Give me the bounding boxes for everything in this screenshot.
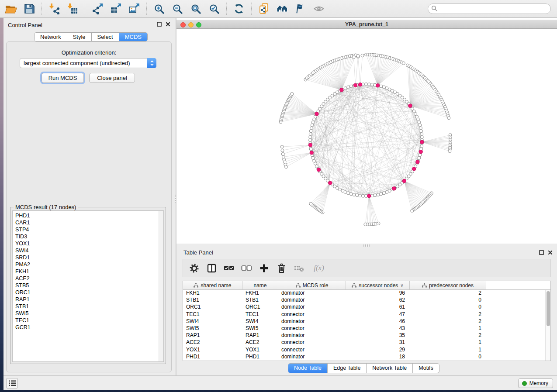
table-row[interactable]: SWI4SWI4dominator462: [183, 318, 550, 325]
table-cell[interactable]: dominator: [278, 290, 346, 297]
tab-network[interactable]: Network: [35, 33, 67, 41]
mcds-node-item[interactable]: YOX1: [13, 240, 163, 247]
table-cell[interactable]: FKH1: [183, 290, 242, 297]
table-cell[interactable]: STB1: [242, 297, 278, 304]
open-file-button[interactable]: [2, 1, 20, 16]
table-scrollbar[interactable]: [545, 290, 550, 361]
table-cell[interactable]: 62: [346, 297, 410, 304]
table-cell[interactable]: dominator: [278, 297, 346, 304]
table-cell[interactable]: TEC1: [183, 311, 242, 318]
zoom-selected-button[interactable]: [205, 1, 223, 16]
table-cell[interactable]: 2: [410, 311, 486, 318]
unselect-all-button[interactable]: [241, 262, 252, 274]
mcds-node-item[interactable]: TEC1: [13, 317, 163, 324]
splitter-handle[interactable]: [363, 244, 370, 247]
close-mcds-panel-button[interactable]: Close panel: [89, 73, 135, 83]
export-table-button[interactable]: [107, 1, 125, 16]
table-cell[interactable]: dominator: [278, 354, 346, 361]
table-cell[interactable]: YOX1: [183, 347, 242, 354]
float-panel-button[interactable]: [157, 22, 162, 27]
import-network-button[interactable]: [45, 1, 63, 16]
float-panel-button[interactable]: [539, 250, 544, 255]
toggle-graphics-details-button[interactable]: [291, 1, 310, 16]
mcds-node-item[interactable]: STB1: [13, 303, 163, 310]
table-cell[interactable]: 2: [410, 290, 486, 297]
table-cell[interactable]: 0: [410, 297, 486, 304]
table-cell[interactable]: SWI4: [183, 318, 242, 325]
table-cell[interactable]: connector: [278, 339, 346, 346]
mcds-node-item[interactable]: ACE2: [13, 275, 163, 282]
show-columns-button[interactable]: [206, 262, 217, 274]
table-cell[interactable]: 61: [346, 304, 410, 311]
table-cell[interactable]: connector: [278, 311, 346, 318]
table-cell[interactable]: FKH1: [242, 290, 278, 297]
table-cell[interactable]: STB1: [183, 297, 242, 304]
first-neighbors-button[interactable]: [273, 1, 291, 16]
table-cell[interactable]: 0: [410, 304, 486, 311]
mcds-list-scrollbar[interactable]: [159, 211, 163, 361]
column-header-MCDS-role[interactable]: MCDS role: [278, 281, 346, 289]
run-mcds-button[interactable]: Run MCDS: [42, 73, 84, 83]
column-header-shared-name[interactable]: shared name: [183, 281, 242, 289]
table-cell[interactable]: SWI5: [183, 325, 242, 332]
network-canvas[interactable]: [176, 29, 557, 244]
table-cell[interactable]: 1: [410, 339, 486, 346]
tab-select[interactable]: Select: [92, 33, 119, 41]
column-header-successor-nodes[interactable]: successor nodes∨: [346, 281, 410, 289]
task-history-button[interactable]: [6, 378, 18, 389]
mcds-node-item[interactable]: SRD1: [13, 254, 163, 261]
table-cell[interactable]: connector: [278, 347, 346, 354]
table-cell[interactable]: 2: [410, 332, 486, 339]
table-cell[interactable]: 0: [410, 354, 486, 361]
tab-edge-table[interactable]: Edge Table: [328, 364, 367, 373]
table-row[interactable]: PHD1PHD1dominator180: [183, 354, 550, 361]
table-cell[interactable]: SWI5: [242, 325, 278, 332]
table-cell[interactable]: dominator: [278, 332, 346, 339]
column-header-name[interactable]: name: [242, 281, 278, 289]
optimization-criterion-select[interactable]: largest connected component (undirected): [20, 58, 156, 68]
delete-column-button[interactable]: [276, 262, 287, 274]
network-titlebar[interactable]: YPA_prune.txt_1: [176, 20, 557, 29]
show-hide-button[interactable]: [310, 1, 328, 16]
mcds-node-item[interactable]: GCR1: [13, 324, 163, 331]
table-settings-button[interactable]: [188, 262, 200, 274]
table-row[interactable]: RAP1RAP1dominator352: [183, 332, 550, 339]
mcds-node-item[interactable]: CAR1: [13, 219, 163, 226]
mcds-node-item[interactable]: ORC1: [13, 289, 163, 296]
tab-node-table[interactable]: Node Table: [288, 364, 328, 373]
table-cell[interactable]: ACE2: [242, 339, 278, 346]
table-cell[interactable]: 1: [410, 325, 486, 332]
mcds-node-item[interactable]: PMA2: [13, 261, 163, 268]
table-cell[interactable]: ORC1: [183, 304, 242, 311]
table-cell[interactable]: RAP1: [183, 332, 242, 339]
memory-button[interactable]: Memory: [518, 378, 553, 388]
close-panel-button[interactable]: [166, 22, 170, 27]
close-panel-button[interactable]: [548, 250, 553, 255]
table-cell[interactable]: dominator: [278, 318, 346, 325]
table-row[interactable]: SWI5SWI5connector431: [183, 325, 550, 332]
table-cell[interactable]: SWI4: [242, 318, 278, 325]
network-graph[interactable]: [176, 29, 557, 244]
tab-mcds[interactable]: MCDS: [119, 33, 147, 41]
table-row[interactable]: ACE2ACE2connector311: [183, 339, 550, 346]
table-cell[interactable]: TEC1: [242, 311, 278, 318]
add-column-button[interactable]: [258, 262, 270, 274]
table-cell[interactable]: 47: [346, 311, 410, 318]
import-table-button[interactable]: [63, 1, 82, 16]
horizontal-splitter[interactable]: [176, 244, 557, 248]
tab-network-table[interactable]: Network Table: [367, 364, 413, 373]
tab-style[interactable]: Style: [67, 33, 92, 41]
mcds-node-item[interactable]: STP4: [13, 226, 163, 233]
table-cell[interactable]: RAP1: [242, 332, 278, 339]
save-session-button[interactable]: [20, 1, 38, 16]
table-row[interactable]: TEC1TEC1connector472: [183, 311, 550, 318]
table-cell[interactable]: dominator: [278, 304, 346, 311]
table-cell[interactable]: PHD1: [242, 354, 278, 361]
mcds-node-item[interactable]: TID3: [13, 233, 163, 240]
table-row[interactable]: FKH1FKH1dominator962: [183, 290, 550, 297]
zoom-fit-button[interactable]: [187, 1, 205, 16]
export-image-button[interactable]: [125, 1, 143, 16]
splitter-handle[interactable]: [175, 195, 176, 203]
mcds-node-item[interactable]: STB5: [13, 282, 163, 289]
table-cell[interactable]: PHD1: [183, 354, 242, 361]
